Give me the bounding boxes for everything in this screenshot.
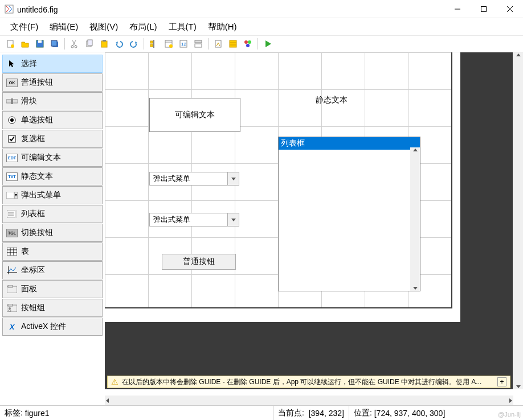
paste-icon[interactable]	[97, 37, 111, 51]
svg-rect-30	[230, 40, 236, 47]
undo-icon[interactable]	[112, 37, 126, 51]
palette-toggle[interactable]: TGL 切换按钮	[2, 224, 103, 242]
close-button[interactable]	[497, 0, 523, 18]
palette-label: 选择	[21, 59, 37, 69]
palette-label: 切换按钮	[21, 228, 53, 238]
palette-edit[interactable]: EDT 可编辑文本	[2, 149, 103, 167]
palette-label: 按钮组	[21, 303, 45, 313]
copy-icon[interactable]	[83, 37, 96, 51]
current-point-label: 当前点:	[278, 408, 304, 418]
status-tag: 标签: figure1	[0, 406, 273, 420]
palette-radio[interactable]: 单选按钮	[2, 111, 103, 129]
statusbar: 标签: figure1 当前点: [394, 232] 位置: [724, 93…	[0, 405, 523, 420]
svg-rect-18	[103, 40, 106, 42]
titlebar: untitled6.fig	[0, 0, 523, 18]
align-icon[interactable]	[147, 37, 161, 51]
svg-rect-8	[38, 40, 42, 43]
palette-listbox[interactable]: 列表框	[2, 205, 103, 223]
tag-label: 标签:	[5, 408, 23, 418]
canvas-listbox[interactable]: 列表框	[278, 137, 420, 291]
position-value: [724, 937, 400, 300]	[374, 409, 446, 418]
listbox-selected-item[interactable]: 列表框	[279, 137, 420, 150]
palette-buttongroup[interactable]: 按钮组	[2, 299, 103, 317]
separator-icon	[258, 38, 258, 50]
scroll-right-icon[interactable]	[509, 398, 512, 403]
svg-rect-10	[51, 40, 57, 46]
toggle-icon: TGL	[6, 229, 18, 237]
palette-activex[interactable]: X ActiveX 控件	[2, 318, 103, 336]
mfile-editor-icon[interactable]	[211, 37, 225, 51]
menu-layout[interactable]: 布局(L)	[125, 19, 161, 35]
menu-tools[interactable]: 工具(T)	[164, 19, 201, 35]
svg-point-59	[9, 307, 11, 310]
popup-label: 弹出式菜单	[153, 174, 190, 184]
new-icon[interactable]	[3, 37, 17, 51]
scroll-up-icon[interactable]	[516, 53, 521, 56]
cut-icon[interactable]	[68, 37, 81, 51]
toolbar-editor-icon[interactable]	[191, 37, 205, 51]
scroll-left-icon[interactable]	[106, 398, 109, 403]
edit-text-label: 可编辑文本	[175, 110, 215, 120]
canvas-pushbutton[interactable]: 普通按钮	[162, 254, 236, 270]
scroll-down-icon[interactable]	[413, 287, 418, 290]
object-browser-icon[interactable]	[241, 37, 255, 51]
maximize-button[interactable]	[471, 0, 497, 18]
radio-icon	[6, 116, 18, 125]
property-inspector-icon[interactable]	[226, 37, 240, 51]
palette-axes[interactable]: 坐标区	[2, 261, 103, 279]
palette-panel[interactable]: 面板	[2, 280, 103, 298]
save-icon[interactable]	[33, 37, 47, 51]
static-text-icon: TXT	[6, 172, 18, 181]
separator-icon	[144, 38, 144, 50]
palette-popup[interactable]: 弹出式菜单	[2, 186, 103, 204]
palette-checkbox[interactable]: 复选框	[2, 130, 103, 148]
main-area: 选择 OK 普通按钮 滑块 单选按钮 复选框 EDT 可编辑文本 TXT 静态文…	[0, 52, 523, 405]
svg-rect-56	[8, 285, 13, 287]
menu-edit[interactable]: 编辑(E)	[45, 19, 83, 35]
palette-slider[interactable]: 滑块	[2, 92, 103, 110]
tab-order-icon[interactable]: 12	[177, 37, 190, 51]
menu-editor-icon[interactable]	[162, 37, 175, 51]
button-icon: OK	[6, 79, 18, 87]
svg-point-33	[244, 40, 248, 44]
svg-rect-28	[195, 44, 202, 47]
canvas-popup-1[interactable]: 弹出式菜单	[149, 172, 239, 186]
run-icon[interactable]	[261, 37, 275, 51]
palette-label: ActiveX 控件	[21, 322, 66, 332]
redo-icon[interactable]	[127, 37, 141, 51]
palette-label: 普通按钮	[21, 77, 53, 88]
palette-pushbutton[interactable]: OK 普通按钮	[2, 73, 103, 92]
status-current-point: 当前点: [394, 232]	[273, 406, 349, 420]
scroll-down-icon[interactable]	[516, 385, 521, 388]
menu-help[interactable]: 帮助(H)	[203, 19, 242, 35]
palette-table[interactable]: 表	[2, 242, 103, 261]
window-title: untitled6.fig	[17, 4, 444, 14]
expand-warning-button[interactable]: +	[497, 377, 506, 386]
chevron-down-icon[interactable]	[227, 213, 239, 226]
listbox-scrollbar[interactable]	[410, 147, 420, 291]
chevron-down-icon[interactable]	[227, 172, 239, 185]
canvas-popup-2[interactable]: 弹出式菜单	[149, 213, 239, 227]
palette-static[interactable]: TXT 静态文本	[2, 167, 103, 186]
popup-icon	[6, 191, 18, 200]
warning-icon: ⚠	[111, 377, 119, 386]
palette-label: 滑块	[21, 96, 37, 106]
canvas-static-text[interactable]: 静态文本	[316, 95, 348, 105]
design-canvas[interactable]: 可编辑文本 静态文本 弹出式菜单 弹出式菜单 普通按钮 列表框 ⚠ 在以后的版本…	[105, 52, 523, 405]
minimize-button[interactable]	[444, 0, 471, 18]
scroll-up-icon[interactable]	[413, 149, 418, 151]
separator-icon	[64, 38, 65, 50]
svg-rect-48	[7, 248, 17, 256]
vertical-scrollbar[interactable]	[513, 52, 523, 389]
open-icon[interactable]	[18, 37, 32, 51]
warning-text: 在以后的版本中将会删除 GUIDE - 在删除 GUIDE 后，App 可以继续…	[122, 377, 481, 387]
menu-view[interactable]: 视图(V)	[85, 19, 122, 35]
menu-file[interactable]: 文件(F)	[6, 19, 43, 35]
svg-rect-37	[11, 98, 13, 104]
svg-text:12: 12	[181, 42, 186, 47]
saveall-icon[interactable]	[48, 37, 62, 51]
component-palette: 选择 OK 普通按钮 滑块 单选按钮 复选框 EDT 可编辑文本 TXT 静态文…	[0, 52, 105, 405]
canvas-edit-text[interactable]: 可编辑文本	[149, 98, 240, 132]
palette-select[interactable]: 选择	[2, 55, 103, 73]
horizontal-scrollbar[interactable]	[105, 396, 513, 405]
